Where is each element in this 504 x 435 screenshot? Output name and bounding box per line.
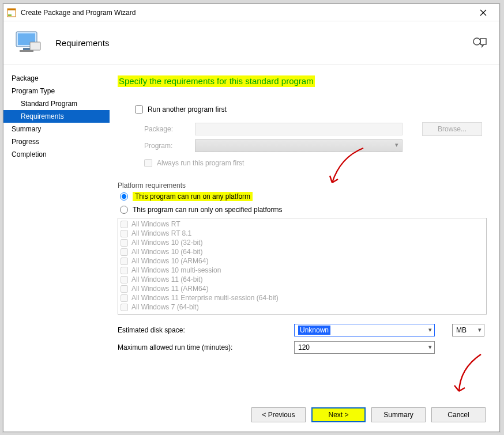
radio-spec-input[interactable] [120, 206, 128, 214]
runtime-combo[interactable]: 120 ▾ [294, 341, 435, 354]
platform-item: All Windows 10 (ARM64) [121, 256, 484, 266]
radio-spec-label: This program can run only on specified p… [133, 206, 282, 214]
svg-rect-7 [23, 48, 30, 50]
summary-button[interactable]: Summary [371, 407, 426, 422]
previous-button[interactable]: < Previous [251, 407, 306, 422]
disk-space-combo[interactable]: Unknown ▾ [294, 324, 435, 336]
always-run-label: Always run this program first [157, 159, 244, 167]
platform-item: All Windows 10 (64-bit) [121, 247, 484, 256]
platform-checkbox [121, 267, 128, 274]
disk-unit-combo[interactable]: MB ▾ [452, 324, 484, 336]
platform-label: All Windows 11 Enterprise multi-session … [131, 294, 279, 302]
svg-rect-2 [8, 14, 12, 16]
platform-label: All Windows 10 (ARM64) [131, 257, 208, 265]
platform-item: All Windows 10 (32-bit) [121, 238, 484, 247]
monitor-icon [14, 28, 42, 58]
run-first-label: Run another program first [148, 105, 227, 114]
platform-item: All Windows 11 (ARM64) [121, 284, 484, 293]
sidebar-item-progress[interactable]: Progress [3, 135, 110, 148]
browse-button: Browse... [422, 122, 482, 136]
platform-item: All Windows RT 8.1 [121, 229, 484, 238]
wizard-window: Create Package and Program Wizard Requir… [3, 3, 500, 432]
platform-checkbox [121, 230, 128, 237]
platform-label: All Windows 10 (32-bit) [131, 239, 202, 247]
platform-item: All Windows 7 (64-bit) [121, 302, 484, 312]
platform-label: All Windows RT 8.1 [131, 229, 191, 237]
next-button[interactable]: Next > [311, 407, 366, 422]
radio-any-input[interactable] [120, 192, 128, 201]
platform-item: All Windows 11 Enterprise multi-session … [121, 293, 484, 302]
platform-label: All Windows 11 (ARM64) [131, 285, 208, 293]
close-icon [480, 9, 487, 16]
platform-label: All Windows 7 (64-bit) [131, 303, 199, 311]
svg-rect-1 [7, 9, 16, 10]
always-run-checkbox-input [144, 159, 152, 167]
platform-checkbox [121, 285, 128, 293]
radio-any-label: This program can run on any platform [133, 192, 253, 201]
program-combo [195, 139, 403, 152]
platform-group-label: Platform requirements [118, 181, 487, 190]
sidebar-item-summary[interactable]: Summary [3, 123, 110, 135]
platform-label: All Windows RT [131, 220, 180, 228]
platform-item: All Windows 11 (64-bit) [121, 275, 484, 284]
platform-checkbox [121, 258, 128, 265]
content: Specify the requirements for this standa… [110, 65, 499, 432]
page-heading: Specify the requirements for this standa… [118, 75, 315, 87]
disk-space-value: Unknown [298, 326, 330, 335]
chevron-down-icon: ▾ [428, 326, 432, 334]
svg-point-10 [473, 38, 480, 45]
platform-item: All Windows 10 multi-session [121, 266, 484, 275]
cancel-button[interactable]: Cancel [431, 407, 486, 422]
platform-label: All Windows 11 (64-bit) [131, 275, 202, 283]
always-run-checkbox: Always run this program first [144, 159, 244, 167]
radio-specific-platform[interactable]: This program can run only on specified p… [120, 206, 282, 214]
run-first-checkbox-input[interactable] [135, 105, 143, 114]
platform-checkbox [121, 239, 128, 247]
sidebar-item-program-type[interactable]: Program Type [3, 85, 110, 97]
package-label: Package: [144, 125, 189, 133]
sidebar-item-requirements[interactable]: Requirements [3, 110, 110, 123]
header: Requirements [3, 21, 499, 65]
platform-checkbox [121, 221, 128, 228]
disk-label: Estimated disk space: [118, 326, 288, 334]
header-label: Requirements [55, 38, 109, 48]
disk-unit-value: MB [456, 326, 467, 334]
program-label: Program: [144, 142, 189, 150]
annotation-arrow-2 [450, 353, 490, 399]
svg-rect-9 [30, 42, 40, 50]
feedback-icon[interactable] [472, 36, 488, 53]
chevron-down-icon: ▾ [478, 326, 482, 334]
platform-label: All Windows 10 (64-bit) [131, 248, 202, 256]
body: PackageProgram TypeStandard ProgramRequi… [3, 65, 499, 432]
window-title: Create Package and Program Wizard [21, 9, 471, 17]
runtime-value: 120 [298, 343, 310, 351]
platform-checkbox [121, 304, 128, 311]
sidebar: PackageProgram TypeStandard ProgramRequi… [3, 65, 110, 432]
radio-any-platform[interactable]: This program can run on any platform [120, 192, 253, 201]
platform-label: All Windows 10 multi-session [131, 266, 221, 274]
sidebar-item-completion[interactable]: Completion [3, 148, 110, 161]
package-field [195, 123, 403, 135]
platform-item: All Windows RT [121, 220, 484, 229]
runtime-label: Maximum allowed run time (minutes): [118, 343, 288, 351]
sidebar-item-standard-program[interactable]: Standard Program [3, 97, 110, 110]
sidebar-item-package[interactable]: Package [3, 72, 110, 85]
platform-checkbox [121, 294, 128, 302]
run-first-checkbox[interactable]: Run another program first [135, 105, 227, 114]
wizard-buttons: < Previous Next > Summary Cancel [251, 407, 486, 422]
titlebar: Create Package and Program Wizard [3, 4, 499, 21]
app-icon [7, 8, 16, 17]
platform-checkbox [121, 248, 128, 256]
close-button[interactable] [471, 5, 496, 21]
platform-list[interactable]: All Windows RTAll Windows RT 8.1All Wind… [118, 218, 487, 315]
chevron-down-icon: ▾ [428, 343, 432, 351]
platform-checkbox [121, 276, 128, 283]
